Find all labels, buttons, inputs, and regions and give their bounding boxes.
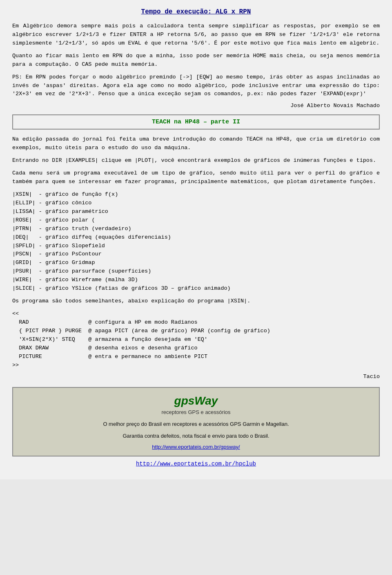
gpsway-title: gpsWay bbox=[21, 394, 371, 407]
code-block: << RAD @ configura a HP em modo Radianos… bbox=[12, 310, 380, 369]
section2-paragraph2: Entrando no DIR |EXAMPLES| clique em |PL… bbox=[12, 157, 380, 165]
section2-explanation: Os programa são todos semelhantes, abaix… bbox=[12, 297, 380, 306]
gpsway-body1: O melhor preço do Brasil em receptores e… bbox=[21, 420, 371, 429]
tacio-line: Tacio bbox=[12, 374, 380, 380]
section2-title: TEACH na HP48 – parte II bbox=[152, 119, 240, 125]
section2-title-box: TEACH na HP48 – parte II bbox=[12, 114, 380, 130]
section1-paragraph1: Em Algébrico demora sempre mais pois a c… bbox=[12, 22, 380, 48]
page-title: Tempo de execução: ALG x RPN bbox=[12, 8, 380, 16]
author-line: José Alberto Novais Machado bbox=[12, 103, 380, 109]
gpsway-box: gpsWay receptores GPS e acessórios O mel… bbox=[12, 387, 380, 456]
gpsway-link[interactable]: http://www.eportateis.com.br/gpsway/ bbox=[21, 444, 371, 450]
section2-paragraph3: Cada menu será um programa executável de… bbox=[12, 169, 380, 186]
gpsway-subtitle: receptores GPS e acessórios bbox=[21, 409, 371, 415]
section2-paragraph1: Na edição passada do jornal foi feita um… bbox=[12, 135, 380, 152]
section1-paragraph2: Quanto ao ficar mais lento em RPN do que… bbox=[12, 52, 380, 69]
section1-paragraph3: PS: Em RPN podes forçar o modo algébrico… bbox=[12, 73, 380, 99]
gpsway-body2: Garantia contra defeitos, nota fiscal e … bbox=[21, 432, 371, 441]
footer-link[interactable]: http://www.eportateis.com.br/hpclub bbox=[12, 461, 380, 471]
graph-list: |XSIN| - gráfico de função f(x) |ELLIP| … bbox=[12, 190, 380, 293]
